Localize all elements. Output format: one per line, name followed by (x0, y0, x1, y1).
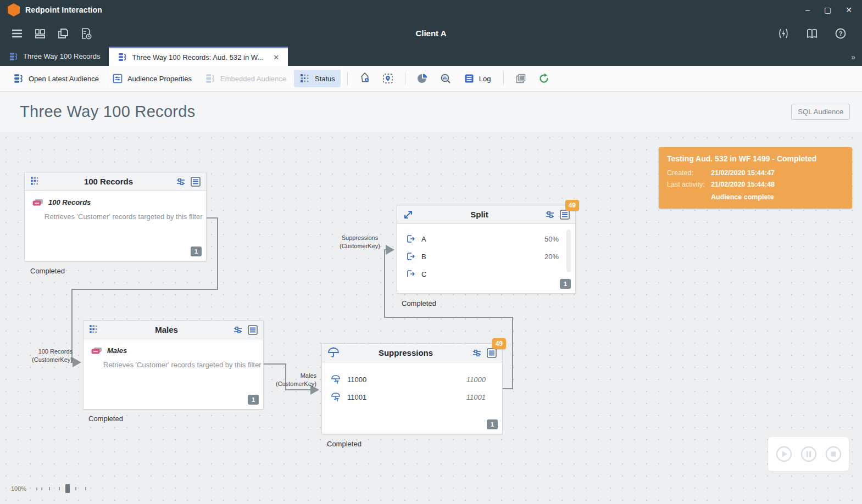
suppression-row-11001[interactable]: 11001 11001 (322, 389, 500, 405)
node-log-icon[interactable] (190, 176, 201, 187)
pie-chart-icon (416, 72, 429, 85)
bolt-parens-icon (777, 27, 790, 40)
geo-dashed-icon (382, 72, 394, 85)
zoom-level: 100% (11, 485, 26, 492)
pause-icon (800, 446, 817, 462)
svg-text:?: ? (839, 30, 843, 37)
analysis-button[interactable] (435, 69, 456, 88)
split-row-a[interactable]: A 50% (397, 231, 573, 247)
node-log-icon[interactable] (247, 324, 258, 335)
chart-button[interactable] (412, 69, 433, 88)
minimize-button[interactable]: – (805, 5, 810, 14)
log-button[interactable]: Log (458, 70, 497, 87)
tab-close-icon[interactable]: ✕ (273, 53, 279, 61)
audience-icon (118, 52, 127, 62)
node-status-suppressions: Completed (327, 440, 362, 448)
app-title: Redpoint Interaction (25, 5, 102, 14)
segment-output-icon (406, 234, 416, 244)
split-row-b[interactable]: B 20% (397, 248, 573, 265)
segment-name: B (421, 253, 426, 261)
node-suppressions[interactable]: 49 Suppressions 11000 11000 11001 11001 (321, 343, 503, 434)
history-button[interactable] (77, 24, 96, 43)
zoom-control[interactable]: 100% (11, 484, 86, 493)
suppression-value: 11001 (466, 393, 486, 401)
node-status-males: Completed (88, 415, 123, 423)
files-button[interactable] (54, 24, 73, 43)
split-rows[interactable]: A 50% B 20% C (397, 224, 573, 277)
audience-properties-button[interactable]: Audience Properties (107, 70, 197, 87)
toolbar-divider (347, 72, 348, 85)
embedded-audience-button: Embedded Audience (199, 70, 292, 87)
zoom-slider-handle[interactable] (65, 484, 70, 493)
help-button[interactable]: ? (831, 24, 850, 43)
sql-audience-badge: SQL Audience (791, 104, 850, 120)
hamburger-icon (10, 27, 24, 40)
node-settings-icon[interactable] (544, 209, 555, 220)
tab-overflow-chevron[interactable]: » (851, 53, 855, 61)
book-icon (805, 27, 819, 40)
connector-label-100-records: 100 Records(CustomerKey) (21, 348, 73, 364)
chart-search-icon (440, 72, 452, 85)
client-name: Client A (0, 29, 862, 38)
tab-three-way-100-records[interactable]: Three Way 100 Records (0, 47, 109, 66)
connector-label-males: Males(CustomerKey) (267, 372, 316, 388)
duplicate-view-button[interactable] (510, 69, 531, 88)
maximize-button[interactable]: ▢ (824, 5, 831, 14)
created-value: 21/02/2020 15:44:47 (711, 169, 775, 177)
node-header[interactable]: Split (397, 205, 575, 224)
suppression-row-11000[interactable]: 11000 11000 (322, 371, 500, 388)
created-label: Created: (667, 169, 711, 177)
audience-icon (13, 73, 24, 84)
last-activity-label: Last activity: (667, 181, 711, 188)
workspaces-button[interactable] (31, 24, 49, 43)
node-settings-icon[interactable] (175, 176, 186, 187)
menu-button[interactable] (8, 24, 26, 43)
suppression-value: 11000 (466, 376, 486, 384)
open-latest-audience-label: Open Latest Audience (29, 75, 99, 83)
count-badge: 1 (487, 419, 498, 429)
audience-status-panel[interactable]: Testing Aud. 532 in WF 1499 - Completed … (659, 147, 852, 209)
close-button[interactable]: ✕ (846, 5, 852, 14)
node-100-records[interactable]: 100 Records 100 Records Retrieves 'Custo… (24, 172, 207, 261)
filter-name: 100 Records (48, 198, 91, 206)
node-status-split: Completed (402, 299, 436, 307)
node-settings-icon[interactable] (232, 324, 243, 335)
tab-audience-532[interactable]: Three Way 100 Records: Aud. 532 in W... … (109, 47, 288, 66)
scrollbar[interactable] (566, 229, 571, 272)
node-title: 100 Records (42, 177, 175, 186)
action-toolbar: Open Latest Audience Audience Properties… (0, 66, 862, 92)
split-row-c[interactable]: C (397, 266, 573, 277)
refresh-icon (538, 72, 550, 85)
workflow-canvas[interactable]: 100 Records(CustomerKey) Males(CustomerK… (0, 132, 862, 504)
log-label: Log (479, 75, 491, 83)
app-toolbar: Client A ? (0, 20, 862, 47)
node-header[interactable]: Males (84, 321, 263, 339)
suppression-filter-icon (331, 392, 342, 402)
node-header[interactable]: 100 Records (25, 172, 206, 191)
node-settings-icon[interactable] (471, 348, 482, 359)
geo-selection-button[interactable] (377, 69, 398, 88)
integrations-button[interactable] (774, 24, 793, 43)
refresh-button[interactable] (533, 69, 554, 88)
toolbar-divider (503, 72, 504, 85)
open-latest-audience-button[interactable]: Open Latest Audience (8, 70, 104, 87)
status-button[interactable]: Status (294, 70, 341, 87)
audience-count-badge: 49 (492, 338, 506, 349)
audience-properties-label: Audience Properties (127, 75, 192, 83)
segment-output-icon (406, 251, 416, 261)
page-header: Three Way 100 Records SQL Audience (0, 92, 862, 132)
stop-icon (825, 446, 842, 462)
node-header[interactable]: Suppressions (322, 344, 502, 362)
filter-cards-icon (91, 347, 102, 355)
copy-grid-icon (515, 72, 527, 85)
audience-status-title: Testing Aud. 532 in WF 1499 - Completed (667, 154, 844, 163)
node-split[interactable]: 49 Split A 50% B 20% (397, 205, 576, 294)
documentation-button[interactable] (803, 24, 821, 43)
count-badge: 1 (191, 247, 202, 256)
file-clock-icon (80, 27, 93, 40)
node-body: Males Retrieves 'Customer' records targe… (84, 339, 263, 409)
select-records-icon (88, 324, 101, 336)
node-title: Split (414, 210, 544, 219)
offers-button[interactable] (354, 69, 375, 88)
node-males[interactable]: Males Males Retrieves 'Customer' records… (83, 320, 264, 410)
